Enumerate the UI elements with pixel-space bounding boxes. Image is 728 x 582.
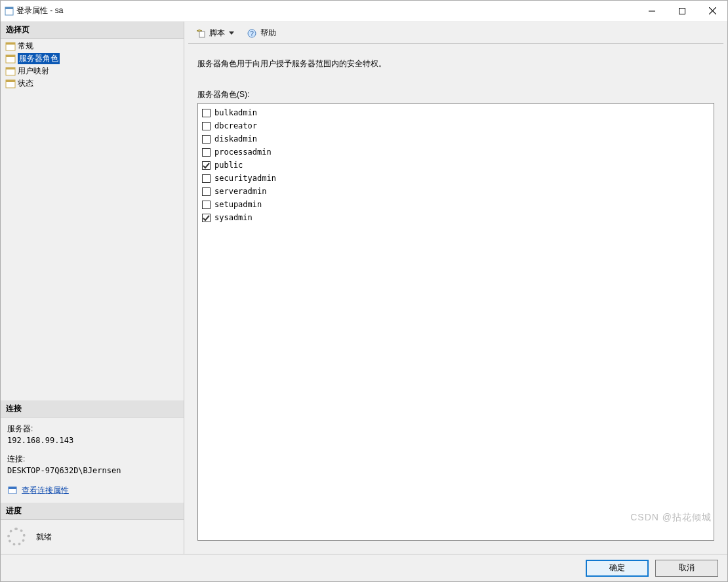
window-controls (637, 1, 727, 21)
svg-rect-11 (6, 68, 15, 69)
view-connection-props-link[interactable]: 查看连接属性 (22, 484, 69, 496)
script-icon (195, 28, 207, 39)
roles-list[interactable]: bulkadmin dbcreator diskadmin processadm… (197, 103, 714, 541)
cancel-button[interactable]: 取消 (655, 560, 718, 577)
script-label: 脚本 (209, 28, 225, 39)
role-row[interactable]: diskadmin (201, 132, 711, 146)
role-checkbox[interactable] (202, 148, 211, 157)
svg-rect-13 (6, 80, 15, 82)
server-value: 192.168.99.143 (7, 435, 177, 446)
svg-rect-15 (9, 487, 16, 489)
role-name: securityadmin (214, 174, 276, 183)
script-button[interactable]: 脚本 (192, 26, 241, 40)
properties-icon (7, 486, 18, 495)
sidebar-page-label: 状态 (18, 78, 33, 89)
sidebar-page-server-roles[interactable]: 服务器角色 (1, 52, 184, 65)
page-icon (5, 79, 16, 89)
role-name: setupadmin (214, 200, 262, 209)
role-row[interactable]: public (201, 159, 711, 172)
role-row[interactable]: sysadmin (201, 211, 711, 224)
svg-rect-3 (679, 8, 685, 14)
sidebar-spacer (1, 91, 184, 400)
server-label: 服务器: (7, 423, 177, 435)
role-name: bulkadmin (214, 108, 257, 117)
sidebar-page-user-mapping[interactable]: 用户映射 (1, 65, 184, 77)
window-title: 登录属性 - sa (14, 5, 637, 16)
role-row[interactable]: bulkadmin (201, 106, 711, 119)
sidebar-progress-body: 就绪 (1, 520, 184, 554)
ok-label: 确定 (609, 562, 625, 573)
role-checkbox[interactable] (202, 214, 211, 222)
sidebar-page-general[interactable]: 常规 (1, 40, 184, 52)
role-checkbox[interactable] (202, 201, 211, 209)
page-icon (5, 41, 16, 52)
svg-rect-1 (5, 7, 13, 9)
dialog-footer: 确定 取消 (1, 554, 727, 581)
role-name: sysadmin (214, 213, 253, 222)
sidebar-page-label: 用户映射 (18, 66, 49, 77)
minimize-button[interactable] (637, 1, 667, 21)
page-icon (5, 54, 16, 64)
chevron-down-icon (229, 31, 234, 35)
role-checkbox[interactable] (202, 135, 211, 144)
help-button[interactable]: ? 帮助 (243, 26, 279, 40)
content-toolbar: 脚本 ? 帮助 (188, 26, 723, 44)
role-row[interactable]: processadmin (201, 146, 711, 159)
role-row[interactable]: securityadmin (201, 172, 711, 185)
role-checkbox[interactable] (202, 174, 211, 183)
maximize-button[interactable] (667, 1, 697, 21)
cancel-label: 取消 (679, 562, 695, 573)
progress-status: 就绪 (36, 532, 52, 543)
sidebar-connection-body: 服务器: 192.168.99.143 连接: DESKTOP-97Q632D\… (1, 417, 184, 503)
role-row[interactable]: setupadmin (201, 198, 711, 211)
page-icon (5, 66, 16, 77)
role-row[interactable]: dbcreator (201, 119, 711, 132)
dialog-window: 登录属性 - sa 选择页 常规 (0, 0, 728, 582)
sidebar-select-header: 选择页 (1, 22, 184, 39)
role-name: serveradmin (214, 187, 266, 196)
sidebar-page-label: 常规 (18, 41, 33, 52)
sidebar-connection-header: 连接 (1, 400, 184, 417)
svg-rect-7 (6, 43, 15, 45)
help-icon: ? (246, 28, 258, 39)
role-name: public (214, 161, 243, 170)
ok-button[interactable]: 确定 (586, 560, 649, 577)
svg-rect-9 (6, 55, 15, 57)
roles-list-label: 服务器角色(S): (188, 73, 723, 102)
svg-text:?: ? (250, 30, 254, 37)
role-name: dbcreator (214, 121, 257, 130)
app-icon (5, 7, 14, 16)
role-checkbox[interactable] (202, 187, 211, 196)
roles-description: 服务器角色用于向用户授予服务器范围内的安全特权。 (188, 44, 723, 73)
connection-label: 连接: (7, 453, 177, 465)
sidebar-progress-header: 进度 (1, 503, 184, 520)
sidebar: 选择页 常规 服务器角色 用户映射 状态 (1, 22, 184, 554)
sidebar-page-list: 常规 服务器角色 用户映射 状态 (1, 39, 184, 91)
dialog-body: 选择页 常规 服务器角色 用户映射 状态 (1, 22, 727, 554)
close-button[interactable] (697, 1, 727, 21)
role-name: processadmin (214, 147, 272, 157)
role-row[interactable]: serveradmin (201, 185, 711, 198)
connection-value: DESKTOP-97Q632D\BJernsen (7, 465, 177, 476)
progress-spinner-icon (7, 528, 26, 546)
svg-rect-16 (199, 31, 205, 37)
sidebar-page-status[interactable]: 状态 (1, 77, 184, 90)
title-bar: 登录属性 - sa (1, 1, 727, 22)
sidebar-page-label: 服务器角色 (18, 53, 60, 64)
role-checkbox[interactable] (202, 161, 211, 170)
main-content: 脚本 ? 帮助 服务器角色用于向用户授予服务器范围内的安全特权。 服务器角色(S… (184, 22, 727, 554)
role-checkbox[interactable] (202, 109, 211, 117)
help-label: 帮助 (260, 28, 276, 39)
role-name: diskadmin (214, 134, 257, 144)
role-checkbox[interactable] (202, 122, 211, 130)
